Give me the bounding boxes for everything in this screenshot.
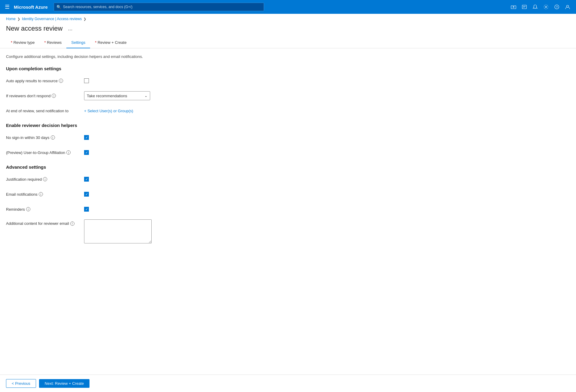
- additional-content-info-icon[interactable]: i: [70, 222, 74, 226]
- auto-apply-checkbox[interactable]: [84, 78, 89, 83]
- no-signin-control: ✓: [84, 135, 89, 140]
- next-review-create-button[interactable]: Next: Review + Create: [39, 379, 89, 388]
- email-notifications-control: ✓: [84, 192, 89, 197]
- justification-row: Justification required i ✓: [6, 174, 264, 184]
- auto-apply-info-icon[interactable]: i: [59, 79, 63, 83]
- advanced-section-title: Advanced settings: [6, 164, 264, 170]
- auto-apply-row: Auto apply results to resource i: [6, 76, 264, 86]
- reminders-info-icon[interactable]: i: [26, 207, 30, 211]
- notification-icon[interactable]: [530, 2, 540, 12]
- footer: < Previous Next: Review + Create: [0, 375, 576, 392]
- search-icon: 🔍: [56, 5, 61, 9]
- additional-content-row: Additional content for reviewer email i: [6, 219, 264, 243]
- auto-apply-control: [84, 78, 89, 83]
- search-bar[interactable]: 🔍 Search resources, services, and docs (…: [54, 3, 264, 11]
- cloud-upload-icon[interactable]: [509, 2, 518, 12]
- settings-icon[interactable]: [541, 2, 551, 12]
- svg-text:?: ?: [556, 5, 558, 9]
- breadcrumb-identity-governance[interactable]: Identity Governance | Access reviews: [22, 17, 82, 21]
- if-reviewers-info-icon[interactable]: i: [52, 94, 56, 98]
- tab-asterisk-reviews: *: [44, 40, 47, 45]
- additional-content-label: Additional content for reviewer email i: [6, 219, 84, 226]
- user-group-label: (Preview) User-to-Group Affiliation i: [6, 150, 84, 155]
- user-group-info-icon[interactable]: i: [66, 150, 71, 155]
- tab-settings[interactable]: Settings: [66, 37, 90, 48]
- if-reviewers-row: If reviewers don't respond i Take recomm…: [6, 91, 264, 101]
- form-description: Configure additional settings, including…: [6, 54, 264, 59]
- hamburger-menu-icon[interactable]: ☰: [4, 2, 11, 11]
- tab-review-type[interactable]: * Review type: [6, 37, 39, 48]
- if-reviewers-control: Take recommendations ⌄: [84, 91, 150, 100]
- user-icon[interactable]: [563, 2, 572, 12]
- no-signin-label: No sign-in within 30 days i: [6, 135, 84, 140]
- reminders-control: ✓: [84, 207, 89, 212]
- page-header: New access review ...: [0, 22, 576, 37]
- svg-point-5: [545, 6, 547, 8]
- breadcrumb: Home ❯ Identity Governance | Access revi…: [0, 14, 576, 22]
- notification-control: + Select User(s) or Group(s): [84, 109, 133, 113]
- topnav-icon-group: ?: [509, 2, 572, 12]
- email-notifications-label: Email notifications i: [6, 192, 84, 197]
- justification-control: ✓: [84, 177, 89, 182]
- tab-asterisk-review-type: *: [11, 40, 14, 45]
- user-group-control: ✓: [84, 150, 89, 155]
- justification-info-icon[interactable]: i: [43, 177, 47, 181]
- top-navigation: ☰ Microsoft Azure 🔍 Search resources, se…: [0, 0, 576, 14]
- form-area: Configure additional settings, including…: [0, 48, 270, 255]
- breadcrumb-sep-1: ❯: [17, 17, 20, 21]
- tabs-container: * Review type * Reviews Settings * Revie…: [0, 37, 576, 48]
- completion-section-title: Upon completion settings: [6, 66, 264, 71]
- if-reviewers-selected: Take recommendations: [87, 94, 127, 98]
- if-reviewers-dropdown[interactable]: Take recommendations ⌄: [84, 91, 150, 100]
- tab-asterisk-review-create: *: [95, 40, 98, 45]
- reminders-checkbox[interactable]: ✓: [84, 207, 89, 212]
- brand-label: Microsoft Azure: [14, 5, 48, 10]
- if-reviewers-label: If reviewers don't respond i: [6, 94, 84, 98]
- page-more-button[interactable]: ...: [66, 25, 74, 32]
- additional-content-textarea[interactable]: [84, 219, 152, 243]
- breadcrumb-sep-2: ❯: [83, 17, 86, 21]
- select-users-groups-link[interactable]: + Select User(s) or Group(s): [84, 109, 133, 113]
- notification-label: At end of review, send notification to: [6, 109, 84, 113]
- previous-button[interactable]: < Previous: [6, 379, 36, 388]
- search-placeholder: Search resources, services, and docs (G+…: [63, 5, 132, 9]
- tab-reviews[interactable]: * Reviews: [39, 37, 66, 48]
- justification-label: Justification required i: [6, 177, 84, 182]
- user-group-row: (Preview) User-to-Group Affiliation i ✓: [6, 148, 264, 157]
- email-notifications-checkbox[interactable]: ✓: [84, 192, 89, 197]
- svg-rect-1: [522, 5, 526, 9]
- email-notifications-info-icon[interactable]: i: [39, 192, 43, 196]
- dropdown-arrow-icon: ⌄: [144, 94, 147, 98]
- content-area: Home ❯ Identity Governance | Access revi…: [0, 14, 576, 392]
- reminders-row: Reminders i ✓: [6, 204, 264, 214]
- notification-row: At end of review, send notification to +…: [6, 106, 264, 116]
- justification-checkbox[interactable]: ✓: [84, 177, 89, 182]
- decision-section-title: Enable reviewer decision helpers: [6, 123, 264, 128]
- reminders-label: Reminders i: [6, 207, 84, 212]
- page-title: New access review: [6, 25, 62, 32]
- additional-content-control: [84, 219, 152, 243]
- no-signin-row: No sign-in within 30 days i ✓: [6, 133, 264, 142]
- no-signin-checkbox[interactable]: ✓: [84, 135, 89, 140]
- auto-apply-label: Auto apply results to resource i: [6, 79, 84, 83]
- no-signin-info-icon[interactable]: i: [51, 135, 55, 140]
- help-icon[interactable]: ?: [552, 2, 562, 12]
- user-group-checkbox[interactable]: ✓: [84, 150, 89, 155]
- breadcrumb-home[interactable]: Home: [6, 17, 16, 21]
- directory-icon[interactable]: [520, 2, 529, 12]
- email-notifications-row: Email notifications i ✓: [6, 189, 264, 199]
- tab-review-create[interactable]: * Review + Create: [90, 37, 131, 48]
